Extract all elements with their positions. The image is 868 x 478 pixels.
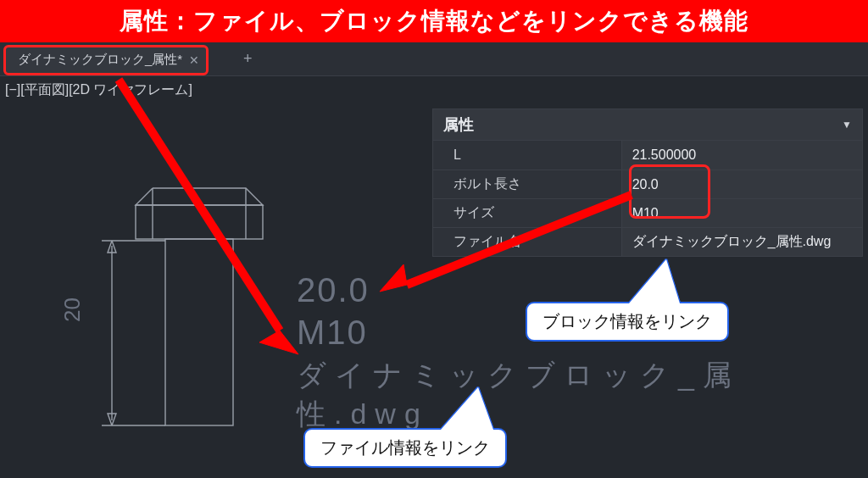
document-tab[interactable]: ダイナミックブロック_属性* ✕ (3, 45, 209, 75)
attr-key-filename: ファイル名 (433, 228, 622, 256)
annotation-title-bar: 属性：ファイル、ブロック情報などをリンクできる機能 (0, 0, 868, 42)
table-row: サイズ M10 (433, 198, 862, 227)
model-viewport[interactable]: [−][平面図][2D ワイヤフレーム] 20 20.0 M10 ダイナミックブ… (0, 76, 868, 478)
attr-val-bolt-length[interactable]: 20.0 (622, 170, 862, 198)
table-row: ファイル名 ダイナミックブロック_属性.dwg (433, 227, 862, 256)
attr-val-filename[interactable]: ダイナミックブロック_属性.dwg (622, 228, 862, 256)
document-tab-strip: ダイナミックブロック_属性* ✕ + (0, 42, 868, 76)
viewport-label[interactable]: [−][平面図][2D ワイヤフレーム] (5, 81, 192, 99)
bolt-drawing (102, 180, 288, 434)
annotation-title: 属性：ファイル、ブロック情報などをリンクできる機能 (120, 5, 748, 37)
plus-icon: + (243, 50, 253, 68)
drawing-attr-size: M10 (297, 314, 368, 352)
dimension-label-20: 20 (59, 297, 86, 322)
drawing-attr-bolt-length: 20.0 (297, 271, 370, 309)
attr-val-size[interactable]: M10 (622, 199, 862, 227)
close-icon[interactable]: ✕ (187, 53, 201, 67)
attribute-panel-header[interactable]: 属性 ▼ (433, 109, 862, 141)
svg-rect-0 (136, 205, 263, 239)
attr-key-bolt-length: ボルト長さ (433, 170, 622, 198)
chevron-down-icon[interactable]: ▼ (842, 119, 852, 131)
drawing-attr-filename: ダイナミックブロック_属性.dwg (297, 356, 868, 434)
svg-rect-3 (165, 239, 233, 425)
table-row: L 21.500000 (433, 141, 862, 170)
annotation-bubble-file-text: ファイル情報をリンク (320, 438, 490, 457)
attr-key-size: サイズ (433, 199, 622, 227)
annotation-bubble-block: ブロック情報をリンク (526, 302, 729, 342)
attribute-panel-title: 属性 (443, 114, 474, 135)
table-row: ボルト長さ 20.0 (433, 170, 862, 198)
annotation-bubble-block-text: ブロック情報をリンク (542, 312, 712, 331)
svg-marker-10 (380, 264, 407, 292)
annotation-bubble-file: ファイル情報をリンク (303, 428, 507, 468)
attribute-panel: 属性 ▼ L 21.500000 ボルト長さ 20.0 サイズ M10 ファイル… (432, 108, 863, 257)
document-tab-label: ダイナミックブロック_属性* (18, 52, 182, 68)
attr-val-L[interactable]: 21.500000 (622, 141, 862, 170)
add-tab-button[interactable]: + (234, 46, 261, 73)
attribute-table: L 21.500000 ボルト長さ 20.0 サイズ M10 ファイル名 ダイナ… (433, 141, 862, 256)
attr-key-L: L (433, 141, 622, 170)
